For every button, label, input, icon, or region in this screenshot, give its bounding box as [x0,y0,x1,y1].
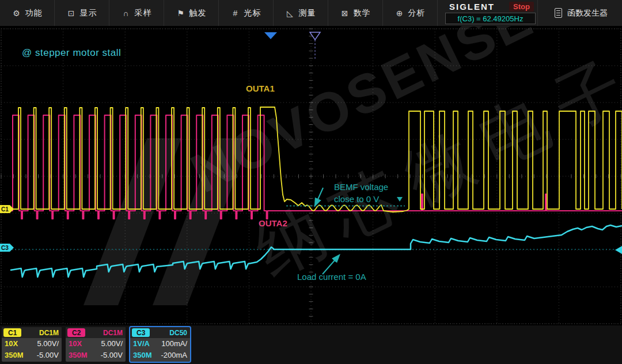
channel-box-c2[interactable]: C2DC1M10X5.00V/350M-5.00V [66,327,126,362]
waveform-display[interactable]: NOVOSENSE 纳芯微电子 C1 C3 @ stepper motor st… [0,0,622,364]
annotation-outa1-label: OUTA1 [246,84,275,93]
vertical-offset: -5.00V [37,350,59,361]
vertical-scale: 100mA/ [161,338,187,350]
menu-item-label: 测量 [299,8,316,18]
novosense-watermark: NOVOSENSE 纳芯微电子 [84,0,622,305]
c3-marker-label: C3 [1,245,9,251]
trigger-level-marker[interactable] [615,246,622,254]
channel-chip: C2 [67,328,85,337]
bandwidth-limit: 350M [69,350,88,361]
annotation-load-current: Load current = 0A [297,272,366,282]
menu-item-label: 触发 [189,8,207,18]
function-generator-icon [555,8,562,18]
bottom-status-bar: C1DC1M10X5.00V/350M-5.00VC2DC1M10X5.00V/… [0,325,622,364]
acquire-icon: ∩ [122,9,131,18]
channel-chip: C3 [132,328,150,337]
menu-item-label: 采样 [135,8,152,18]
frequency-counter: f(C3) = 62.49205Hz [445,13,536,24]
probe-ratio: 1V/A [133,338,150,350]
menu-item-function-generator[interactable]: 函数发生器 [540,0,622,26]
channel-coupling: DC50 [169,329,187,337]
trigger-position-marker[interactable] [264,32,277,39]
function-generator-label: 函数发生器 [567,8,608,18]
menu-item-label: 光标 [244,8,261,18]
vertical-offset: -5.00V [101,350,123,361]
math-icon: ⊠ [340,9,350,18]
channel-coupling: DC1M [39,329,59,337]
annotation-stall-note: @ stepper motor stall [22,47,121,58]
menu-item-label: 功能 [25,8,43,18]
vertical-scale: 5.00V/ [37,338,59,350]
menu-item-analysis[interactable]: ⊕分析 [383,0,438,26]
bandwidth-limit: 350M [5,350,24,361]
annotation-bemf-line1: BEMF voltage [334,182,388,192]
trigger-flag-icon: ⚑ [176,9,185,18]
c1-channel-marker[interactable]: C1 [0,205,14,213]
menu-item-label: 分析 [408,8,426,18]
brand-status-block: SIGLENT Stop f(C3) = 62.49205Hz [443,0,538,26]
channel-chip: C1 [3,328,21,337]
cursor-icon: # [231,9,240,18]
probe-ratio: 10X [5,338,18,350]
gear-icon: ⚙ [12,9,21,18]
bandwidth-limit: 350M [133,350,152,361]
channel-box-c3[interactable]: C3DC501V/A100mA/350M-200mA [130,327,190,362]
menu-item-math[interactable]: ⊠数学 [328,0,383,26]
annotation-bemf-line2: close to 0 V [334,194,379,204]
c1-marker-label: C1 [1,206,9,213]
menu-item-cursor[interactable]: #光标 [219,0,274,26]
menu-item-function[interactable]: ⚙功能 [0,0,55,26]
menu-item-trigger[interactable]: ⚑触发 [164,0,219,26]
analysis-icon: ⊕ [395,9,404,18]
channel-coupling: DC1M [103,329,123,337]
measure-icon: ◺ [286,9,295,18]
menu-item-label: 数学 [354,8,371,18]
probe-ratio: 10X [69,338,82,350]
annotation-outa2-label: OUTA2 [259,218,287,228]
menu-item-measure[interactable]: ◺测量 [274,0,328,26]
channel-box-c1[interactable]: C1DC1M10X5.00V/350M-5.00V [2,327,62,362]
vertical-scale: 5.00V/ [101,338,123,350]
menu-bar: ⚙功能⊡显示∩采样⚑触发#光标◺测量⊠数学⊕分析 [0,0,438,26]
siglent-logo: SIGLENT [449,2,495,12]
vertical-offset: -200mA [161,350,187,361]
oscilloscope-screen: NOVOSENSE 纳芯微电子 C1 C3 @ stepper motor st… [0,0,622,364]
menu-item-acquire[interactable]: ∩采样 [109,0,164,26]
run-state-badge[interactable]: Stop [509,2,534,12]
c3-channel-marker[interactable]: C3 [0,244,14,252]
menu-item-display[interactable]: ⊡显示 [55,0,109,26]
display-icon: ⊡ [67,9,76,18]
menu-item-label: 显示 [80,8,97,18]
top-menu-bar: ⚙功能⊡显示∩采样⚑触发#光标◺测量⊠数学⊕分析 SIGLENT Stop f(… [0,0,622,26]
